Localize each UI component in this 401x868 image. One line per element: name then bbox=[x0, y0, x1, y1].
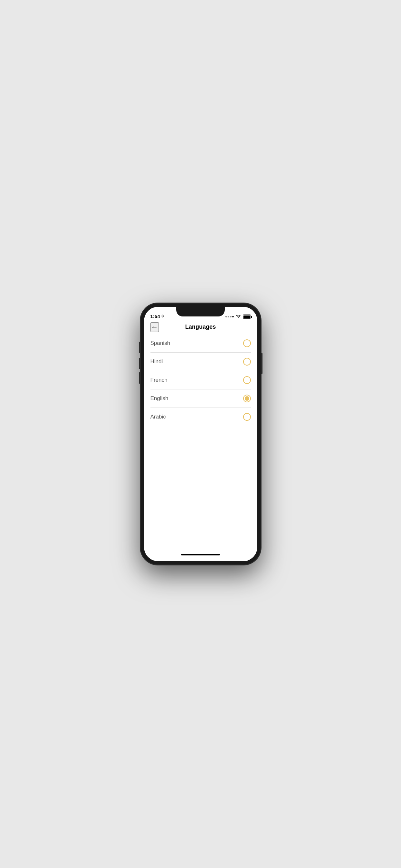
language-item-arabic[interactable]: Arabic bbox=[150, 408, 251, 426]
radio-french[interactable] bbox=[243, 376, 251, 384]
radio-spanish[interactable] bbox=[243, 339, 251, 347]
language-name-spanish: Spanish bbox=[150, 340, 170, 346]
page-title: Languages bbox=[185, 323, 216, 330]
language-item-hindi[interactable]: Hindi bbox=[150, 352, 251, 371]
language-name-english: English bbox=[150, 395, 168, 402]
radio-english[interactable] bbox=[243, 395, 251, 402]
language-item-french[interactable]: French bbox=[150, 371, 251, 390]
status-time: 1:54 ✈ bbox=[150, 314, 164, 319]
phone-shell: 1:54 ✈ ← bbox=[140, 303, 261, 565]
home-indicator bbox=[144, 550, 257, 561]
language-name-french: French bbox=[150, 377, 167, 383]
language-name-arabic: Arabic bbox=[150, 414, 166, 420]
battery-icon bbox=[243, 314, 251, 319]
language-item-english[interactable]: English bbox=[150, 390, 251, 408]
radio-hindi[interactable] bbox=[243, 358, 251, 366]
language-name-hindi: Hindi bbox=[150, 359, 163, 365]
back-button[interactable]: ← bbox=[150, 322, 159, 332]
phone-screen: 1:54 ✈ ← bbox=[144, 307, 257, 561]
signal-icon bbox=[225, 316, 234, 317]
wifi-icon bbox=[236, 314, 241, 319]
notch bbox=[176, 307, 225, 316]
nav-header: ← Languages bbox=[144, 321, 257, 334]
status-icons bbox=[225, 314, 251, 319]
time-display: 1:54 bbox=[150, 314, 160, 319]
language-list: SpanishHindiFrenchEnglishArabic bbox=[144, 334, 257, 550]
language-item-spanish[interactable]: Spanish bbox=[150, 334, 251, 352]
location-icon: ✈ bbox=[161, 314, 164, 318]
home-bar bbox=[181, 554, 220, 555]
radio-arabic[interactable] bbox=[243, 413, 251, 421]
